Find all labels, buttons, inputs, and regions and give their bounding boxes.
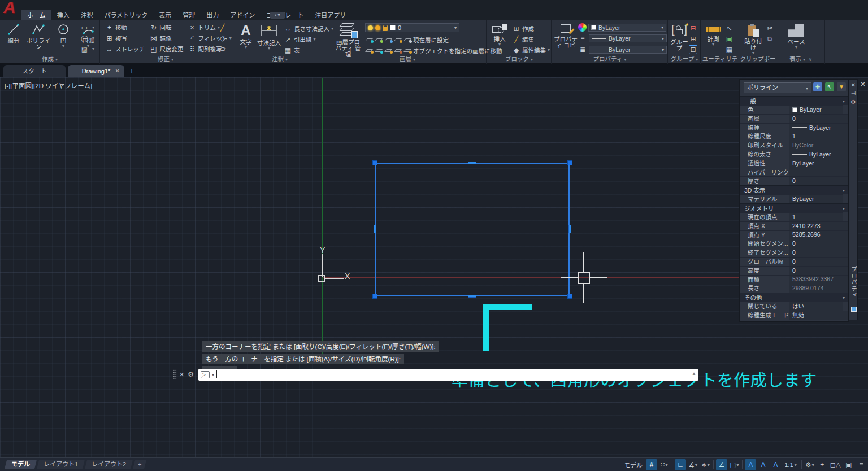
annotation-visibility-toggle[interactable]: Λ: [745, 459, 756, 470]
panel-label-utility[interactable]: ユーティリティ▾: [701, 55, 739, 64]
menu-tab-出力[interactable]: 出力: [201, 10, 224, 20]
grid-display-toggle[interactable]: #: [646, 459, 657, 470]
block-tool-作成[interactable]: ⊞作成: [512, 23, 550, 34]
ortho-mode-toggle[interactable]: ∟: [675, 459, 686, 470]
quick-calc-button[interactable]: ▦: [725, 44, 735, 55]
polar-tracking-toggle[interactable]: ∡▾: [687, 459, 698, 470]
new-layout-button[interactable]: +: [133, 460, 147, 469]
tab-start[interactable]: スタート: [3, 65, 66, 77]
gear-icon[interactable]: ⚙: [849, 99, 857, 105]
toggle-pickadd-icon[interactable]: ✚: [813, 82, 822, 91]
close-icon[interactable]: ✕: [115, 65, 120, 77]
modify-tool-回転[interactable]: ↻回転: [150, 22, 184, 33]
annotation-scale-value[interactable]: 1:1▾: [782, 461, 798, 468]
layout-tab-レイアウト1[interactable]: レイアウト1: [37, 460, 85, 469]
match-properties-button[interactable]: プロパティ コピー: [553, 23, 578, 55]
chevron-down-icon[interactable]: ▾: [92, 25, 94, 29]
property-value[interactable]: 0: [789, 115, 848, 123]
property-value[interactable]: 無効: [789, 311, 848, 320]
create-tool-rectangle-tool-icon[interactable]: ▭▾: [80, 22, 94, 33]
線分-tool-button[interactable]: 線分: [1, 21, 26, 50]
property-value[interactable]: 1: [789, 213, 843, 221]
annotation-autoscale-toggle[interactable]: Λ: [757, 459, 769, 470]
model-space-indicator[interactable]: モデル: [622, 460, 645, 469]
chevron-down-icon[interactable]: ▾: [843, 97, 845, 106]
isodraft-toggle[interactable]: ∗▾: [700, 459, 711, 470]
ungroup-button[interactable]: ⊟: [689, 23, 699, 33]
chevron-down-icon[interactable]: ▾: [665, 463, 667, 467]
chevron-down-icon[interactable]: ▾: [843, 186, 845, 195]
scroll-up-icon[interactable]: ▲: [692, 371, 696, 376]
palette-section-header[interactable]: ジオメトリ▾: [740, 203, 848, 212]
layer-select-dropdown[interactable]: 0 ▾: [365, 23, 459, 32]
property-value[interactable]: 29889.0174: [789, 284, 848, 293]
copy-clip-button[interactable]: ⧉: [766, 33, 776, 44]
layer-tool-icon[interactable]: [384, 48, 393, 54]
selected-rectangle-polyline[interactable]: [375, 163, 570, 296]
円-tool-button[interactable]: 円▾: [51, 21, 76, 50]
measure-button[interactable]: 計測 ▾: [702, 25, 724, 46]
chevron-down-icon[interactable]: ▾: [708, 463, 710, 467]
property-value[interactable]: 2410.2273: [789, 222, 848, 230]
ribbon-pin-icon[interactable]: ∨: [809, 57, 812, 62]
quick-select-icon[interactable]: ▼: [837, 82, 846, 91]
annotate-tool-表[interactable]: ▦表: [284, 45, 333, 55]
customize-wrench-icon[interactable]: ⚙: [188, 370, 194, 378]
panel-label-layers[interactable]: 画層▾: [329, 55, 486, 64]
layer-tool-現在層に設定[interactable]: 現在層に設定: [365, 34, 502, 45]
workspace-switching-button[interactable]: ⚙▾: [804, 459, 815, 470]
tab-drawing1[interactable]: Drawing1* ✕: [68, 65, 124, 77]
menu-tab-表示[interactable]: 表示: [153, 10, 177, 20]
layer-tool-icon[interactable]: [403, 37, 412, 43]
property-value[interactable]: 0: [789, 177, 848, 185]
modify-tool-尺度変更[interactable]: ◰尺度変更: [150, 43, 184, 54]
block-tool-属性編集[interactable]: ◆属性編集▾: [512, 45, 550, 55]
new-drawing-button[interactable]: +: [128, 67, 136, 75]
layer-on-icon[interactable]: [368, 25, 373, 30]
create-tool-ellipse-tool-icon[interactable]: ◯▾: [80, 33, 94, 43]
palette-section-header[interactable]: 3D 表示▾: [740, 185, 848, 194]
property-value[interactable]: ByColor: [789, 141, 848, 150]
chevron-down-icon[interactable]: ▾: [843, 204, 845, 213]
menu-tab-注目アプリ[interactable]: 注目アプリ: [309, 10, 351, 20]
chevron-down-icon[interactable]: ▾: [812, 463, 814, 467]
palette-section-header[interactable]: 一般▾: [740, 96, 848, 105]
panel-label-clipboard[interactable]: クリップボード: [740, 55, 776, 64]
grip-midpoint[interactable]: [468, 295, 476, 298]
group-select-toggle[interactable]: ⊡: [689, 44, 699, 55]
layer-tool-icon[interactable]: [403, 48, 412, 54]
property-value[interactable]: 53833992.3367: [789, 276, 848, 284]
panel-label-create[interactable]: 作成▾: [0, 55, 99, 64]
chevron-down-icon[interactable]: ▾: [843, 294, 845, 303]
grip-midpoint[interactable]: [374, 225, 376, 233]
chevron-down-icon[interactable]: ▾: [662, 47, 664, 53]
layer-tool-icon[interactable]: [375, 48, 383, 54]
viewport-controls[interactable]: [-][平面図][2D ワイヤフレーム]: [5, 81, 92, 90]
chevron-down-icon[interactable]: ▾: [662, 36, 664, 41]
grip-corner[interactable]: [372, 160, 377, 165]
chevron-down-icon[interactable]: ▾: [548, 48, 550, 52]
layer-thaw-icon[interactable]: [375, 25, 380, 30]
property-value[interactable]: ByLayer: [789, 159, 848, 168]
chevron-down-icon[interactable]: ▾: [806, 84, 808, 93]
chevron-down-icon[interactable]: ▾: [62, 44, 64, 48]
object-snap-tracking-toggle[interactable]: ∠: [716, 459, 727, 470]
auto-hide-icon[interactable]: ⊣: [849, 90, 857, 97]
palette-tab-properties[interactable]: プロパティ: [849, 266, 858, 299]
layer-tool-icon[interactable]: [394, 48, 402, 54]
chevron-down-icon[interactable]: ▾: [314, 37, 316, 41]
chevron-down-icon[interactable]: ▾: [795, 463, 797, 467]
annotate-tool-引出線[interactable]: ↗引出線▾: [284, 34, 333, 45]
layout-tab-レイアウト2[interactable]: レイアウト2: [85, 460, 133, 469]
group-edit-button[interactable]: ⊞: [689, 33, 699, 44]
layer-tool-icon[interactable]: [365, 37, 374, 43]
color-wheel-icon[interactable]: [578, 23, 587, 32]
grip-midpoint[interactable]: [568, 225, 571, 233]
grip-midpoint[interactable]: [468, 162, 476, 164]
menu-tab-挿入[interactable]: 挿入: [51, 10, 75, 20]
menu-tab-管理[interactable]: 管理: [177, 10, 201, 20]
base-button[interactable]: ベース ▾: [784, 23, 809, 49]
chevron-down-icon[interactable]: ▾: [736, 463, 739, 467]
linetype-dropdown[interactable]: ByLayer ▾: [589, 46, 667, 54]
panel-label-modify[interactable]: 修正▾: [101, 55, 231, 64]
